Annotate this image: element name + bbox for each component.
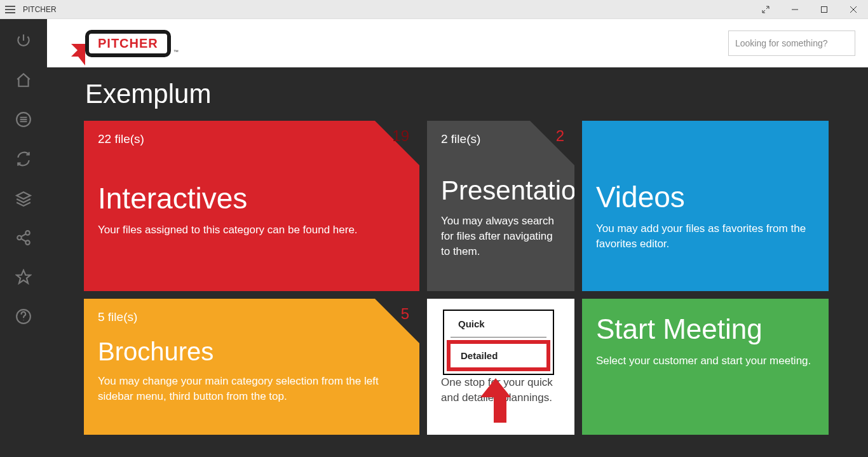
- list-icon[interactable]: [11, 107, 36, 132]
- search-input[interactable]: [728, 31, 855, 56]
- tile-start-meeting[interactable]: Start Meeting Select your customer and s…: [582, 299, 829, 435]
- logo-text: PITCHER: [98, 36, 158, 50]
- planning-popup: Quick Detailed: [443, 310, 554, 375]
- popup-separator: [451, 337, 546, 338]
- tile-desc: Select your customer and start your meet…: [596, 353, 815, 369]
- popup-option-detailed[interactable]: Detailed: [451, 344, 546, 367]
- popup-option-quick[interactable]: Quick: [444, 311, 553, 337]
- svg-point-2: [25, 231, 30, 235]
- close-icon[interactable]: [839, 0, 868, 19]
- sidebar: [0, 19, 47, 457]
- home-icon[interactable]: [11, 67, 36, 93]
- tile-badge: 2: [556, 127, 564, 145]
- tile-desc: You may always search for files after na…: [441, 214, 560, 259]
- popup-highlight: Detailed: [447, 340, 550, 371]
- logo-tm: ™: [173, 49, 179, 55]
- share-icon[interactable]: [11, 225, 36, 250]
- tile-file-count: 22 file(s): [98, 132, 405, 146]
- minimize-icon[interactable]: [780, 0, 810, 19]
- window-title: PITCHER: [23, 5, 57, 14]
- hamburger-icon[interactable]: [5, 6, 15, 13]
- svg-rect-0: [822, 6, 827, 12]
- annotation-arrow-icon: [489, 378, 511, 423]
- tile-title: Presentations: [441, 177, 560, 205]
- refresh-icon[interactable]: [11, 146, 36, 172]
- window-titlebar: PITCHER: [0, 0, 868, 19]
- maximize-icon[interactable]: [810, 0, 839, 19]
- page-title: Exemplum: [85, 79, 831, 109]
- tile-badge: 5: [401, 305, 409, 323]
- star-icon[interactable]: [11, 264, 36, 290]
- tile-title: Interactives: [98, 183, 405, 214]
- tile-interactives[interactable]: 22 file(s) 19 Interactives Your files as…: [84, 121, 419, 291]
- tile-brochures[interactable]: 5 file(s) 5 Brochures You may change you…: [84, 299, 419, 435]
- tile-desc: You may change your main category select…: [98, 374, 405, 404]
- tile-title: Start Meeting: [596, 314, 815, 344]
- tile-title: Brochures: [98, 338, 405, 365]
- svg-point-4: [25, 240, 30, 245]
- help-icon[interactable]: [11, 304, 36, 329]
- tile-videos[interactable]: Videos You may add your files as favorit…: [582, 121, 829, 291]
- tile-file-count: 5 file(s): [98, 310, 405, 324]
- tile-presentations[interactable]: 2 file(s) 2 Presentations You may always…: [427, 121, 574, 291]
- tile-title: Videos: [596, 182, 815, 212]
- app-logo: PITCHER ™: [85, 30, 171, 57]
- tile-desc: Your files assigned to this category can…: [98, 222, 405, 238]
- tile-badge: 19: [392, 127, 409, 145]
- topbar: PITCHER ™: [47, 19, 868, 67]
- tile-desc: You may add your files as favorites from…: [596, 221, 815, 252]
- expand-icon[interactable]: [751, 0, 780, 19]
- layers-icon[interactable]: [11, 186, 36, 211]
- svg-point-3: [17, 236, 22, 240]
- power-icon[interactable]: [11, 28, 36, 53]
